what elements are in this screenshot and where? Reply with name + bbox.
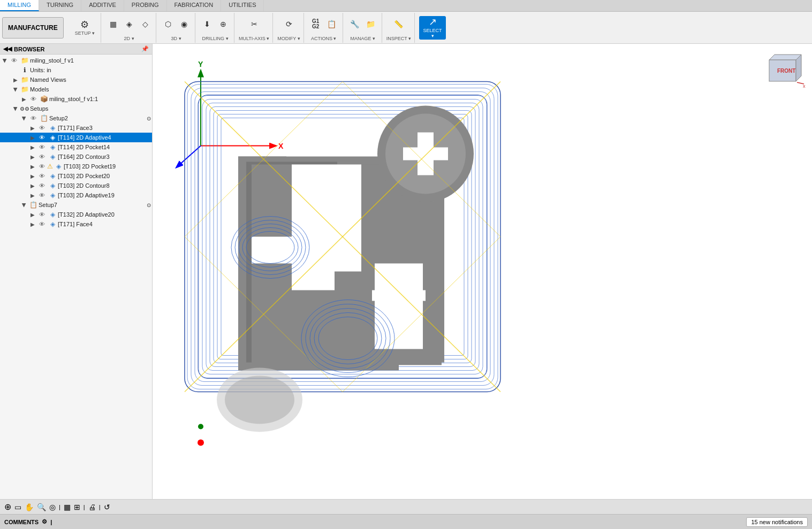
tree-item-face4[interactable]: ▶ 👁 ◈ [T171] Face4 <box>0 219 152 229</box>
browser-pin-icon[interactable]: 📌 <box>141 45 149 52</box>
eye-icon-pocket20[interactable]: 👁 <box>37 172 46 180</box>
actions-btn-g1g2[interactable]: G1G2 <box>308 14 323 34</box>
tree-item-contour8[interactable]: ▶ 👁 ◈ [T103] 2D Contour8 <box>0 181 152 190</box>
2d-btn-3[interactable]: ◇ <box>138 14 153 34</box>
browser-header: ◀◀ BROWSER 📌 <box>0 44 152 55</box>
view-cube[interactable]: FRONT x <box>758 49 807 92</box>
tab-fabrication[interactable]: FABRICATION <box>167 0 222 11</box>
tree-arrow-adaptive4: ▶ <box>29 135 36 141</box>
eye-icon-setup2[interactable]: 👁 <box>29 114 37 122</box>
manage-btn-1[interactable]: 🔧 <box>347 14 362 34</box>
2d-btn-1[interactable]: ▦ <box>105 14 120 34</box>
tree-label-face4: [T171] Face4 <box>58 221 151 227</box>
warning-icon-pocket19: ⚠ <box>47 163 53 170</box>
tree-item-pocket14[interactable]: ▶ 👁 ◈ [T114] 2D Pocket14 <box>0 142 152 152</box>
3d-btn-1[interactable]: ⬡ <box>161 14 176 34</box>
tool-icon-zoom[interactable]: 🔍 <box>37 503 46 511</box>
tree-item-model1[interactable]: ▶ 👁 📦 miling_stool_f v1:1 <box>0 94 152 104</box>
tree-item-adaptive20[interactable]: ▶ 👁 ◈ [T132] 2D Adaptive20 <box>0 210 152 219</box>
tool-icon-orbit[interactable]: ◎ <box>49 503 56 511</box>
drilling-btn-1[interactable]: ⬇ <box>200 14 215 34</box>
comments-expand-icon[interactable]: | <box>50 519 52 525</box>
modify-btn-1[interactable]: ⟳ <box>282 14 297 34</box>
tab-probing[interactable]: PROBING <box>124 0 167 11</box>
tree-item-contour3[interactable]: ▶ 👁 ◈ [T164] 2D Contour3 <box>0 152 152 162</box>
drilling-btn-2[interactable]: ⊕ <box>216 14 231 34</box>
op-icon-pocket20: ◈ <box>48 172 57 180</box>
tree-label-contour8: [T103] 2D Contour8 <box>58 182 151 189</box>
tree-item-adaptive4[interactable]: ▶ 👁 ◈ [T114] 2D Adaptive4 <box>0 133 152 142</box>
2d-label: 2D ▾ <box>124 36 134 41</box>
eye-icon-adaptive4[interactable]: 👁 <box>37 133 46 142</box>
actions-btn-2[interactable]: 📋 <box>324 14 339 34</box>
axis-indicator <box>318 55 351 92</box>
eye-icon-contour8[interactable]: 👁 <box>37 181 46 190</box>
eye-icon-pocket19[interactable]: 👁 <box>37 162 46 171</box>
tab-additive[interactable]: ADDITIVE <box>81 0 124 11</box>
tool-icon-refresh[interactable]: ↺ <box>104 503 110 511</box>
inspect-label: INSPECT ▾ <box>386 36 411 41</box>
tree-item-namedviews[interactable]: ▶ 📁 Named Views <box>0 75 152 85</box>
eye-icon-adaptive20[interactable]: 👁 <box>37 210 46 219</box>
eye-icon-adaptive19[interactable]: 👁 <box>37 191 46 200</box>
viewport[interactable]: X Y <box>153 44 812 499</box>
tree-item-face3[interactable]: ▶ 👁 ◈ [T171] Face3 <box>0 123 152 133</box>
tab-turning[interactable]: TURNING <box>39 0 81 11</box>
top-tabs: MILLING TURNING ADDITIVE PROBING FABRICA… <box>0 0 812 12</box>
g1g2-icon: G1G2 <box>312 19 319 29</box>
toolbar-section-2d: ▦ ◈ ◇ 2D ▾ <box>102 13 156 43</box>
browser-collapse-icon[interactable]: ◀◀ <box>3 45 12 52</box>
manage-btn-2[interactable]: 📁 <box>363 14 378 34</box>
select-button[interactable]: ↗ SELECT ▾ <box>419 16 446 40</box>
eye-icon-contour3[interactable]: 👁 <box>37 152 46 161</box>
3d-btn-2[interactable]: ◉ <box>177 14 192 34</box>
multiaxis-btn-1[interactable]: ✂ <box>247 14 262 34</box>
notifications-badge[interactable]: 15 new notifications <box>746 517 808 527</box>
browser-tree: ▶ 👁 📁 miling_stool_f v1 ▶ ℹ Units: in ▶ … <box>0 55 152 499</box>
tab-milling[interactable]: MILLING <box>0 0 39 11</box>
setup-button[interactable]: ⚙ SETUP ▾ <box>72 17 97 39</box>
tool-icon-layout[interactable]: ⊞ <box>74 503 80 511</box>
tree-item-pocket19[interactable]: ▶ 👁 ⚠ ◈ [T103] 2D Pocket19 <box>0 162 152 171</box>
2d-btn-2[interactable]: ◈ <box>122 14 136 34</box>
bottom-bar: ⊕ ▭ ✋ 🔍 ◎ | ▦ ⊞ | 🖨 | ↺ <box>0 499 812 514</box>
tree-arrow-face4: ▶ <box>29 221 36 227</box>
tool-icon-grid[interactable]: ▦ <box>64 503 71 511</box>
svg-point-49 <box>198 440 204 446</box>
actions-btn-group: G1G2 📋 <box>308 14 339 34</box>
tree-label-pocket19: [T103] 2D Pocket19 <box>64 163 151 170</box>
tree-item-root[interactable]: ▶ 👁 📁 miling_stool_f v1 <box>0 56 152 65</box>
svg-text:X: X <box>278 142 284 150</box>
toolbar-section-modify: ⟳ MODIFY ▾ <box>274 13 303 43</box>
tool-icon-select[interactable]: ▭ <box>14 503 21 511</box>
multiaxis-label: MULTI-AXIS ▾ <box>239 36 269 41</box>
tree-item-setup2[interactable]: ▶ 👁 📋 Setup2 ⊙ <box>0 113 152 123</box>
tree-item-units: ▶ ℹ Units: in <box>0 65 152 75</box>
inspect-btn-1[interactable]: 📏 <box>391 14 406 34</box>
status-bar: COMMENTS ⚙ | 15 new notifications <box>0 514 812 529</box>
tool-icon-print[interactable]: 🖨 <box>88 503 96 511</box>
tree-label-namedviews: Named Views <box>30 76 151 83</box>
eye-icon-pocket14[interactable]: 👁 <box>37 143 46 151</box>
tree-item-setup7[interactable]: ▶ 📋 Setup7 ⊙ <box>0 200 152 210</box>
tab-utilities[interactable]: UTILITIES <box>221 0 264 11</box>
comments-settings-icon[interactable]: ⚙ <box>42 518 47 525</box>
eye-icon-root[interactable]: 👁 <box>10 56 18 65</box>
tree-item-setups[interactable]: ▶ ⚙⚙ Setups <box>0 104 152 113</box>
tool-icon-pan[interactable]: ✋ <box>25 503 34 511</box>
eye-icon-model1[interactable]: 👁 <box>29 95 37 103</box>
3d-icon-1: ⬡ <box>165 20 171 28</box>
inspect-btn-group: 📏 <box>391 14 406 34</box>
eye-icon-face3[interactable]: 👁 <box>37 124 46 132</box>
manufacture-button[interactable]: MANUFACTURE <box>2 17 64 39</box>
manage-label: MANAGE ▾ <box>350 36 375 41</box>
tree-label-setup2: Setup2 <box>49 115 145 121</box>
tree-item-models[interactable]: ▶ 📁 Models <box>0 85 152 94</box>
tree-label-pocket14: [T114] 2D Pocket14 <box>58 144 151 150</box>
tree-arrow-face3: ▶ <box>29 125 36 131</box>
eye-icon-face4[interactable]: 👁 <box>37 220 46 228</box>
tool-icon-crosshair[interactable]: ⊕ <box>4 502 11 512</box>
setup7-circle: ⊙ <box>147 202 151 208</box>
tree-item-pocket20[interactable]: ▶ 👁 ◈ [T103] 2D Pocket20 <box>0 171 152 181</box>
tree-item-adaptive19[interactable]: ▶ 👁 ◈ [T103] 2D Adaptive19 <box>0 190 152 200</box>
